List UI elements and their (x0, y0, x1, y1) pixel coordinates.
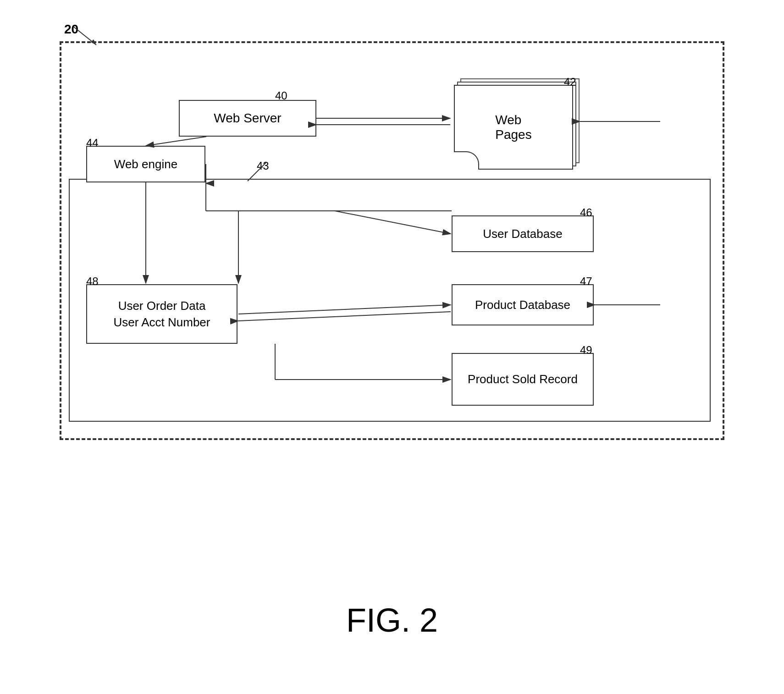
product-sold-label: Product Sold Record (468, 371, 578, 387)
web-engine-box: Web engine (86, 146, 205, 182)
ref-label-44: 44 (86, 137, 99, 149)
user-database-label: User Database (483, 227, 562, 241)
figure-caption: FIG. 2 (346, 601, 438, 639)
web-pages-box: WebPages (454, 85, 573, 170)
user-order-data-box: User Order DataUser Acct Number (86, 284, 237, 344)
web-server-label: Web Server (214, 111, 281, 126)
ref-43-slash (238, 160, 275, 183)
ref-label-49: 49 (580, 344, 592, 357)
ref-label-48: 48 (86, 275, 99, 288)
product-database-box: Product Database (452, 284, 594, 325)
diagram-page: 20 43 Web Server 40 WebPages 42 Web engi… (0, 0, 784, 694)
web-pages-label: WebPages (495, 113, 531, 142)
product-sold-box: Product Sold Record (452, 353, 594, 406)
svg-line-2 (248, 163, 266, 181)
product-database-label: Product Database (475, 298, 570, 312)
ref-label-47: 47 (580, 275, 592, 288)
ref-label-42: 42 (564, 76, 576, 88)
web-engine-label: Web engine (114, 157, 177, 171)
user-order-data-label: User Order DataUser Acct Number (114, 297, 210, 331)
user-database-box: User Database (452, 215, 594, 252)
web-server-box: Web Server (179, 100, 316, 137)
ref-label-40: 40 (275, 89, 287, 102)
ref-label-46: 46 (580, 206, 592, 219)
